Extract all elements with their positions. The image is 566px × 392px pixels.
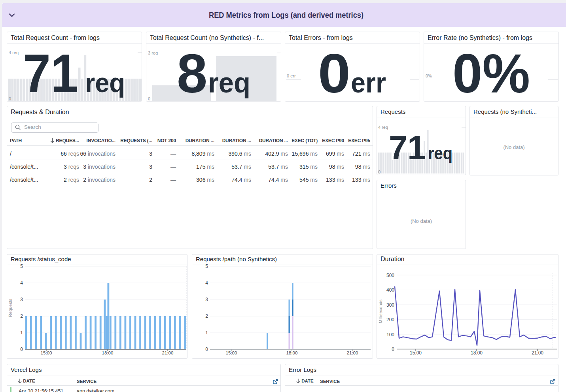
svg-text:21:00: 21:00 <box>162 351 174 355</box>
svg-text:Requests: Requests <box>8 298 13 317</box>
svg-text:0%: 0% <box>426 74 432 78</box>
svg-text:req: req <box>85 68 125 98</box>
svg-text:300: 300 <box>386 302 394 308</box>
svg-text:21:00: 21:00 <box>347 351 358 355</box>
svg-text:3 req: 3 req <box>148 51 158 55</box>
svg-text:0: 0 <box>9 96 11 101</box>
svg-text:15:00: 15:00 <box>226 351 237 355</box>
svg-text:4 req: 4 req <box>9 50 19 55</box>
svg-text:1: 1 <box>205 330 208 335</box>
svg-text:2: 2 <box>20 313 23 319</box>
svg-text:3: 3 <box>205 297 208 302</box>
svg-text:4: 4 <box>205 280 208 286</box>
svg-text:0: 0 <box>318 43 350 101</box>
svg-text:0: 0 <box>20 347 23 352</box>
svg-text:8: 8 <box>177 43 207 101</box>
svg-text:4: 4 <box>20 280 23 286</box>
svg-text:2: 2 <box>205 313 208 319</box>
svg-text:Milliseconds: Milliseconds <box>378 300 383 323</box>
svg-text:500: 500 <box>386 273 394 278</box>
svg-text:3: 3 <box>20 297 23 302</box>
svg-text:15:00: 15:00 <box>41 351 52 355</box>
svg-text:req: req <box>208 67 250 98</box>
svg-text:0: 0 <box>378 170 380 174</box>
svg-text:18:00: 18:00 <box>102 351 114 355</box>
svg-text:200: 200 <box>386 317 394 322</box>
svg-text:100: 100 <box>386 332 394 337</box>
svg-text:0%: 0% <box>452 43 530 101</box>
svg-text:18:00: 18:00 <box>286 351 298 355</box>
svg-text:400: 400 <box>386 287 394 293</box>
svg-text:err: err <box>351 66 386 98</box>
svg-text:0: 0 <box>148 96 150 101</box>
svg-text:0 err: 0 err <box>287 74 296 78</box>
svg-text:5: 5 <box>205 264 208 269</box>
svg-text:5: 5 <box>20 264 23 269</box>
svg-text:71: 71 <box>389 128 426 166</box>
svg-text:1: 1 <box>20 330 23 335</box>
svg-text:0: 0 <box>205 347 208 352</box>
svg-text:4 req: 4 req <box>378 125 388 130</box>
svg-text:18:00: 18:00 <box>471 350 483 356</box>
svg-text:15:00: 15:00 <box>410 350 422 356</box>
svg-text:21:00: 21:00 <box>532 350 543 356</box>
svg-text:RED Metrics from Logs (and der: RED Metrics from Logs (and derived metri… <box>209 11 363 19</box>
svg-text:0: 0 <box>392 347 394 352</box>
svg-text:req: req <box>428 143 452 163</box>
svg-text:71: 71 <box>23 43 78 101</box>
